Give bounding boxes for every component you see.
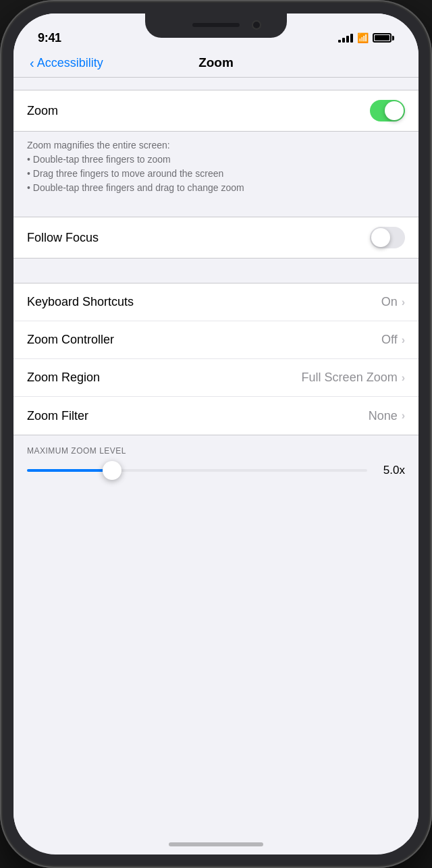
description-bullet-3: • Double-tap three fingers and drag to c… [27,181,405,195]
notch [145,13,287,38]
notch-speaker [192,23,240,27]
zoom-toggle[interactable] [370,100,405,121]
description-intro: Zoom magnifies the entire screen: [27,138,405,153]
keyboard-shortcuts-label: Keyboard Shortcuts [27,295,134,309]
page-title: Zoom [198,55,234,70]
top-gap [14,78,418,90]
zoom-label: Zoom [27,104,58,118]
zoom-toggle-thumb [385,101,404,120]
signal-icon [338,33,353,43]
back-chevron-icon: ‹ [30,56,34,70]
zoom-controller-row[interactable]: Zoom Controller Off › [14,321,418,359]
slider-container: 5.0x [27,464,405,477]
slider-thumb[interactable] [103,461,122,480]
battery-icon [373,33,394,43]
zoom-region-chevron-icon: › [402,372,405,384]
wifi-icon: 📶 [357,32,369,43]
notch-camera [252,20,261,30]
menu-group: Keyboard Shortcuts On › Zoom Controller … [14,283,418,435]
zoom-filter-value: None [369,409,398,423]
zoom-filter-row[interactable]: Zoom Filter None › [14,397,418,435]
follow-focus-label: Follow Focus [27,231,99,245]
gap-2 [14,259,418,283]
slider-section-label: MAXIMUM ZOOM LEVEL [27,435,405,464]
zoom-row[interactable]: Zoom [14,90,418,131]
keyboard-shortcuts-chevron-icon: › [402,296,405,308]
zoom-region-right: Full Screen Zoom › [302,371,405,385]
zoom-region-value: Full Screen Zoom [302,371,398,385]
zoom-level-slider[interactable] [27,469,367,472]
description-bullet-1: • Double-tap three fingers to zoom [27,153,405,167]
settings-content: Zoom Zoom magnifies the entire screen: •… [14,78,418,840]
follow-focus-row[interactable]: Follow Focus [14,217,418,258]
zoom-controller-label: Zoom Controller [27,333,114,347]
zoom-region-label: Zoom Region [27,371,100,385]
slider-fill [27,469,112,472]
zoom-filter-chevron-icon: › [402,410,405,422]
slider-value: 5.0x [377,464,405,477]
zoom-region-row[interactable]: Zoom Region Full Screen Zoom › [14,359,418,397]
zoom-filter-label: Zoom Filter [27,409,88,423]
keyboard-shortcuts-row[interactable]: Keyboard Shortcuts On › [14,283,418,321]
follow-focus-toggle-thumb [371,228,390,247]
slider-section: MAXIMUM ZOOM LEVEL 5.0x [14,435,418,491]
follow-focus-group: Follow Focus [14,217,418,259]
phone-screen: 9:41 📶 ‹ Accessibility Zoom [14,13,418,855]
follow-focus-toggle[interactable] [370,227,405,248]
zoom-group: Zoom [14,90,418,132]
phone-frame: 9:41 📶 ‹ Accessibility Zoom [0,0,432,868]
nav-bar: ‹ Accessibility Zoom [14,51,418,78]
status-time: 9:41 [38,31,61,45]
home-indicator [169,842,263,846]
keyboard-shortcuts-right: On › [381,295,405,309]
status-icons: 📶 [338,32,394,43]
zoom-controller-value: Off [381,333,398,347]
zoom-filter-right: None › [369,409,405,423]
keyboard-shortcuts-value: On [381,295,398,309]
description-bullet-2: • Drag three fingers to move around the … [27,167,405,181]
back-button[interactable]: ‹ Accessibility [30,56,103,70]
zoom-description: Zoom magnifies the entire screen: • Doub… [14,132,418,205]
back-label: Accessibility [37,56,103,70]
zoom-controller-right: Off › [381,333,405,347]
zoom-controller-chevron-icon: › [402,334,405,346]
gap-1 [14,205,418,217]
